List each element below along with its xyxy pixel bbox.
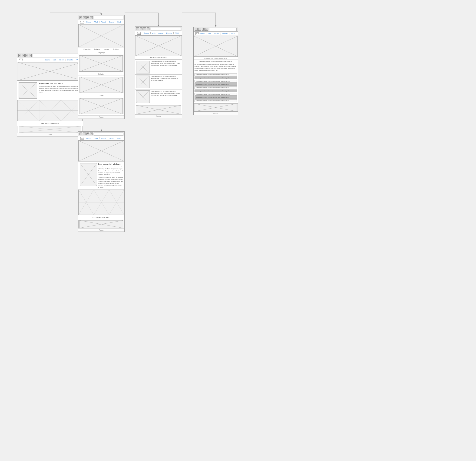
refresh-btn-3[interactable]: ↺ [143, 27, 146, 30]
faq-item-2[interactable]: Lorem ipsum dolor sit amet, consectetur … [195, 77, 237, 79]
nav-visit[interactable]: Visit [53, 59, 58, 61]
nav-events-3[interactable]: Events [166, 32, 174, 34]
window-faq: ← → ↺ ⌂ Beers Visit About Events FAQ [193, 27, 238, 115]
nav-faq-4[interactable]: FAQ [231, 33, 236, 35]
address-bar-3[interactable] [151, 27, 181, 30]
back-btn-2[interactable]: ← [79, 16, 82, 19]
nav-events-2[interactable]: Events [109, 21, 116, 23]
forward-btn-3[interactable]: → [140, 27, 143, 30]
nav-visit-4[interactable]: Visit [208, 33, 213, 35]
nav-events-5[interactable]: Events [109, 137, 116, 139]
faq-item-9[interactable]: Lorem ipsum dolor sit amet, consectetur … [195, 99, 237, 102]
home-btn[interactable]: ⌂ [29, 54, 32, 57]
item1-text: Lorem ipsum dolor sit amet, consectetur … [151, 61, 181, 73]
envelope-icon-5 [80, 137, 84, 140]
tab-rotating[interactable]: Rotating [94, 48, 100, 50]
about-cta[interactable]: SEE WHATS BREWING [93, 217, 110, 219]
address-bar-5[interactable] [94, 132, 123, 136]
address-bar-2[interactable] [94, 16, 123, 19]
faq-item-5[interactable]: Lorem ipsum dolor sit amet, consectetur … [195, 86, 237, 89]
nav-faq-2[interactable]: FAQ [117, 21, 122, 23]
forward-btn-5[interactable]: → [83, 133, 86, 135]
back-btn-3[interactable]: ← [136, 27, 139, 30]
nav-about-4[interactable]: About [214, 33, 221, 35]
tasting-bottom [135, 105, 182, 114]
hero-content: Virginia is for craft beer lovers Lorem … [17, 81, 83, 100]
nav-faq-5[interactable]: FAQ [117, 137, 122, 139]
faq-item-1[interactable]: Lorem ipsum dolor sit amet, consectetur … [195, 73, 237, 76]
svg-marker-12 [158, 25, 160, 26]
nav-beers-4[interactable]: Beers [200, 33, 206, 35]
nav-beers[interactable]: Beers [45, 59, 51, 61]
cta-button[interactable]: SEE WHATS BREWING [41, 123, 59, 124]
grid-image [17, 100, 83, 121]
home-btn-4[interactable]: ⌂ [205, 28, 208, 31]
home-btn-5[interactable]: ⌂ [90, 133, 93, 135]
item3-text: Lorem ipsum dolor sit amet, consectetur … [151, 90, 181, 103]
nav-beers-5[interactable]: Beers [86, 137, 93, 139]
nav-bar-home: Beers Visit About Events FAQ [17, 58, 83, 62]
nav-bar-beers: Beers Visit About Events FAQ [78, 20, 124, 24]
nav-about[interactable]: About [59, 59, 66, 61]
nav-visit-3[interactable]: Visit [152, 32, 157, 34]
address-bar-4[interactable] [209, 28, 237, 31]
tab-flagships[interactable]: Flagships [84, 48, 90, 50]
nav-beers-2[interactable]: Beers [86, 21, 93, 23]
faq-item-8[interactable]: Lorem ipsum dolor sit amet, consectetur … [195, 96, 237, 99]
faq-item-3[interactable]: Lorem ipsum dolor sit amet, consectetur … [195, 80, 237, 83]
nav-visit-2[interactable]: Visit [94, 21, 100, 23]
rotating-label: Rotating [78, 73, 124, 76]
forward-btn[interactable]: → [22, 54, 25, 57]
faq-item-7[interactable]: Lorem ipsum dolor sit amet, consectetur … [195, 93, 237, 95]
footer-tasting: Footer [135, 114, 182, 118]
window-tasting: ← → ↺ ⌂ Beers Visit About Events FAQ [135, 26, 182, 118]
bottom-strip [17, 126, 83, 133]
back-btn[interactable]: ← [18, 54, 21, 57]
nav-links-3: Beers Visit About Events FAQ [144, 32, 180, 34]
nav-bar-tasting: Beers Visit About Events FAQ [135, 31, 182, 35]
forward-btn-2[interactable]: → [83, 16, 86, 19]
faq-item-4[interactable]: Lorem ipsum dolor sit amet, consectetur … [195, 83, 237, 86]
nav-beers-3[interactable]: Beers [144, 32, 151, 34]
nav-events[interactable]: Events [67, 59, 74, 61]
browser-toolbar-faq: ← → ↺ ⌂ [194, 27, 238, 32]
browser-toolbar-beers: ← → ↺ ⌂ [78, 15, 124, 20]
browser-toolbar-tasting: ← → ↺ ⌂ [135, 26, 182, 31]
svg-marker-14 [100, 130, 102, 131]
svg-marker-13 [215, 25, 217, 27]
faq-section: FREQUENTLY ASKED QUESTIONS [194, 57, 238, 60]
home-btn-2[interactable]: ⌂ [90, 16, 93, 19]
about-heading: Good stories start with beer... [98, 163, 123, 165]
nav-about-5[interactable]: About [101, 137, 107, 139]
address-bar[interactable] [33, 54, 82, 57]
back-btn-4[interactable]: ← [195, 28, 197, 31]
nav-about-3[interactable]: About [159, 32, 165, 34]
tasting-item-2: Lorem ipsum dolor sit amet, consectetur … [135, 74, 182, 89]
faq-item-6[interactable]: Lorem ipsum dolor sit amet, consectetur … [195, 89, 237, 92]
flagships-image [79, 55, 123, 72]
home-btn-3[interactable]: ⌂ [147, 27, 149, 30]
svg-marker-11 [100, 14, 102, 15]
faq-hero [194, 36, 238, 57]
flagships-label: Flagships [78, 51, 124, 54]
nav-events-4[interactable]: Events [222, 33, 230, 35]
limited-label: Limited [78, 94, 124, 97]
hero-image [17, 62, 83, 81]
faq-intro: Lorem ipsum dolor sit amet, consectetur … [195, 61, 237, 62]
faq-body: Lorem ipsum dolor sit amet, consectetur … [195, 63, 237, 71]
refresh-btn-4[interactable]: ↺ [202, 28, 204, 31]
forward-btn-4[interactable]: → [198, 28, 201, 31]
nav-about-2[interactable]: About [101, 21, 107, 23]
back-btn-5[interactable]: ← [79, 133, 82, 135]
window-home: ← → ↺ ⌂ Beers Visit About Events FAQ [17, 53, 83, 137]
beers-hero [78, 24, 124, 47]
nav-faq-3[interactable]: FAQ [175, 32, 180, 34]
refresh-btn[interactable]: ↺ [25, 54, 28, 57]
tab-archives[interactable]: Archives [113, 48, 119, 50]
tab-limited[interactable]: Limited [104, 48, 109, 50]
nav-links-5: Beers Visit About Events FAQ [86, 137, 122, 139]
limited-image [79, 98, 123, 114]
refresh-btn-2[interactable]: ↺ [86, 16, 89, 19]
nav-visit-5[interactable]: Visit [94, 137, 100, 139]
refresh-btn-5[interactable]: ↺ [86, 133, 89, 135]
